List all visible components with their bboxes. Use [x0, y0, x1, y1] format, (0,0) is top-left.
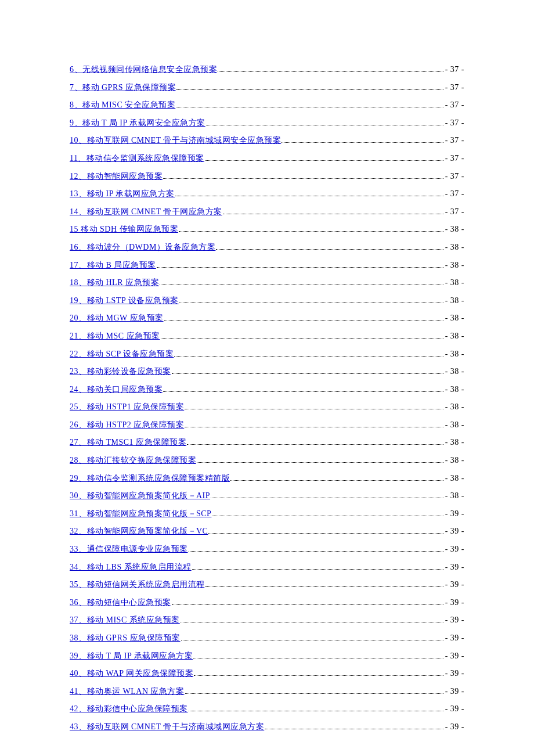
toc-page-number: - 39 -	[445, 668, 464, 679]
toc-leader-dots	[179, 231, 443, 232]
toc-link[interactable]: 40、移动 WAP 网关应急保障预案	[70, 668, 193, 679]
toc-page-number: - 39 -	[445, 543, 464, 555]
toc-link[interactable]: 21、移动 MSC 应急预案	[70, 330, 160, 342]
toc-link[interactable]: 13、移动 IP 承载网应急方案	[70, 188, 175, 200]
toc-entry: 25、移动 HSTP1 应急保障预案- 38 -	[70, 401, 464, 413]
toc-link[interactable]: 28、移动汇接软交换应急保障预案	[70, 455, 196, 466]
toc-page-number: - 39 -	[445, 597, 464, 609]
toc-link[interactable]: 33、通信保障电源专业应急预案	[70, 543, 188, 555]
toc-page-number: - 38 -	[445, 384, 464, 395]
toc-link[interactable]: 43、移动互联网 CMNET 骨干与济南城域网应急方案	[70, 721, 264, 733]
toc-entry: 19、移动 LSTP 设备应急预案- 38 -	[70, 295, 464, 307]
toc-page-number: - 39 -	[445, 525, 464, 537]
toc-leader-dots	[179, 303, 443, 303]
toc-entry: 17、移动 B 局应急预案- 38 -	[70, 260, 464, 271]
toc-entry: 39、移动 T 局 IP 承载网应急方案- 39 -	[70, 650, 464, 662]
toc-page-number: - 37 -	[445, 153, 464, 164]
toc-entry: 31、移动智能网应急预案简化版－SCP- 39 -	[70, 508, 464, 520]
toc-link[interactable]: 18、移动 HLR 应急预案	[70, 277, 159, 289]
toc-entry: 32、移动智能网应急预案简化版－VC- 39 -	[70, 525, 464, 537]
toc-page-number: - 38 -	[445, 260, 464, 271]
toc-link[interactable]: 35、移动短信网关系统应急启用流程	[70, 579, 205, 591]
toc-link[interactable]: 39、移动 T 局 IP 承载网应急方案	[70, 650, 193, 662]
toc-entry: 30、移动智能网应急预案简化版－AIP- 38 -	[70, 490, 464, 502]
toc-link[interactable]: 23、移动彩铃设备应急预案	[70, 366, 171, 377]
toc-page-number: - 39 -	[445, 650, 464, 662]
toc-leader-dots	[211, 498, 443, 498]
toc-page-number: - 39 -	[445, 703, 464, 715]
toc-link[interactable]: 15 移动 SDH 传输网应急预案	[70, 224, 178, 235]
toc-entry: 16、移动波分（DWDM）设备应急方案- 38 -	[70, 242, 464, 253]
toc-leader-dots	[185, 409, 443, 409]
toc-leader-dots	[185, 427, 443, 427]
table-of-contents: 6、无线视频同传网络信息安全应急预案- 37 -7、移动 GPRS 应急保障预案…	[70, 64, 464, 733]
toc-leader-dots	[189, 551, 443, 552]
toc-page-number: - 37 -	[445, 117, 464, 129]
toc-page-number: - 37 -	[445, 206, 464, 218]
toc-link[interactable]: 12、移动智能网应急预案	[70, 171, 163, 182]
toc-leader-dots	[212, 516, 443, 516]
toc-link[interactable]: 27、移动 TMSC1 应急保障预案	[70, 437, 186, 448]
toc-leader-dots	[205, 160, 443, 161]
toc-page-number: - 39 -	[445, 561, 464, 573]
toc-link[interactable]: 7、移动 GPRS 应急保障预案	[70, 82, 176, 93]
toc-page-number: - 39 -	[445, 508, 464, 520]
toc-link[interactable]: 16、移动波分（DWDM）设备应急方案	[70, 242, 215, 253]
toc-entry: 13、移动 IP 承载网应急方案- 37 -	[70, 188, 464, 200]
toc-link[interactable]: 29、移动信令监测系统应急保障预案精简版	[70, 473, 230, 484]
toc-link[interactable]: 11、移动信令监测系统应急保障预案	[70, 153, 204, 164]
toc-link[interactable]: 31、移动智能网应急预案简化版－SCP	[70, 508, 211, 520]
toc-page-number: - 38 -	[445, 366, 464, 377]
toc-leader-dots	[194, 675, 443, 676]
toc-link[interactable]: 41、移动奥运 WLAN 应急方案	[70, 686, 185, 697]
toc-leader-dots	[282, 142, 443, 143]
toc-link[interactable]: 38、移动 GPRS 应急保障预案	[70, 632, 181, 644]
toc-entry: 29、移动信令监测系统应急保障预案精简版- 38 -	[70, 473, 464, 484]
toc-link[interactable]: 17、移动 B 局应急预案	[70, 260, 156, 271]
toc-link[interactable]: 32、移动智能网应急预案简化版－VC	[70, 525, 208, 537]
toc-leader-dots	[189, 711, 443, 711]
toc-link[interactable]: 24、移动关口局应急预案	[70, 384, 163, 395]
toc-entry: 28、移动汇接软交换应急保障预案- 38 -	[70, 455, 464, 466]
toc-leader-dots	[197, 462, 443, 463]
toc-page-number: - 38 -	[445, 473, 464, 484]
toc-page-number: - 37 -	[445, 82, 464, 93]
toc-page-number: - 38 -	[445, 419, 464, 431]
toc-page-number: - 37 -	[445, 171, 464, 182]
toc-entry: 21、移动 MSC 应急预案- 38 -	[70, 330, 464, 342]
toc-link[interactable]: 26、移动 HSTP2 应急保障预案	[70, 419, 184, 431]
toc-page-number: - 38 -	[445, 348, 464, 360]
toc-page-number: - 38 -	[445, 401, 464, 413]
toc-entry: 18、移动 HLR 应急预案- 38 -	[70, 277, 464, 289]
toc-link[interactable]: 14、移动互联网 CMNET 骨干网应急方案	[70, 206, 222, 218]
toc-page-number: - 38 -	[445, 490, 464, 502]
toc-link[interactable]: 42、移动彩信中心应急保障预案	[70, 703, 188, 715]
toc-page-number: - 37 -	[445, 135, 464, 146]
toc-link[interactable]: 6、无线视频同传网络信息安全应急预案	[70, 64, 217, 75]
toc-link[interactable]: 20、移动 MGW 应急预案	[70, 312, 164, 324]
toc-leader-dots	[187, 444, 443, 445]
toc-link[interactable]: 19、移动 LSTP 设备应急预案	[70, 295, 179, 307]
toc-link[interactable]: 9、移动 T 局 IP 承载网安全应急方案	[70, 117, 205, 129]
toc-link[interactable]: 36、移动短信中心应急预案	[70, 597, 171, 609]
toc-entry: 10、移动互联网 CMNET 骨干与济南城域网安全应急预案- 37 -	[70, 135, 464, 146]
toc-link[interactable]: 37、移动 MISC 系统应急预案	[70, 614, 180, 626]
toc-page-number: - 38 -	[445, 330, 464, 342]
toc-page-number: - 38 -	[445, 455, 464, 466]
toc-entry: 26、移动 HSTP2 应急保障预案- 38 -	[70, 419, 464, 431]
toc-link[interactable]: 34、移动 LBS 系统应急启用流程	[70, 561, 192, 573]
toc-entry: 20、移动 MGW 应急预案- 38 -	[70, 312, 464, 324]
toc-page-number: - 39 -	[445, 721, 464, 733]
toc-link[interactable]: 8、移动 MISC 安全应急预案	[70, 99, 175, 111]
toc-leader-dots	[160, 285, 443, 285]
toc-entry: 42、移动彩信中心应急保障预案- 39 -	[70, 703, 464, 715]
toc-leader-dots	[205, 586, 443, 587]
toc-link[interactable]: 30、移动智能网应急预案简化版－AIP	[70, 490, 210, 502]
toc-entry: 34、移动 LBS 系统应急启用流程- 39 -	[70, 561, 464, 573]
toc-link[interactable]: 25、移动 HSTP1 应急保障预案	[70, 401, 184, 413]
toc-link[interactable]: 10、移动互联网 CMNET 骨干与济南城域网安全应急预案	[70, 135, 281, 146]
toc-leader-dots	[161, 338, 443, 339]
toc-page-number: - 38 -	[445, 295, 464, 307]
toc-entry: 24、移动关口局应急预案- 38 -	[70, 384, 464, 395]
toc-link[interactable]: 22、移动 SCP 设备应急预案	[70, 348, 174, 360]
